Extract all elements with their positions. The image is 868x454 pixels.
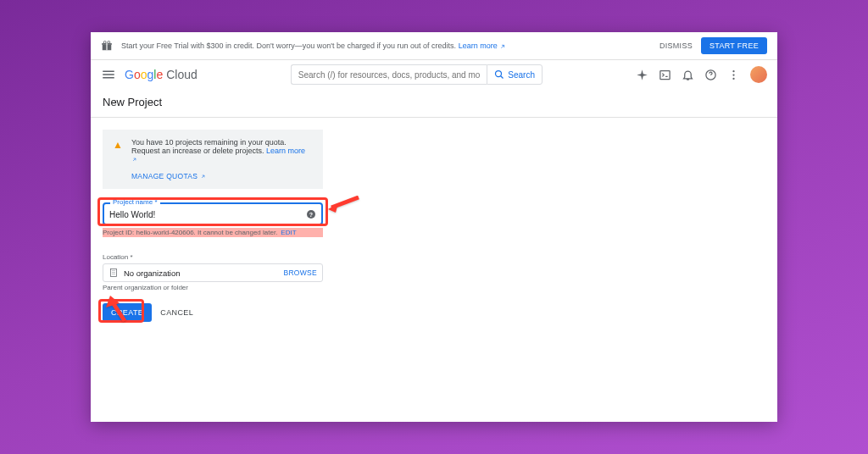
actions: CREATE CANCEL bbox=[103, 303, 765, 322]
avatar[interactable] bbox=[750, 66, 767, 83]
gift-icon bbox=[101, 40, 113, 52]
location-row: No organization BROWSE bbox=[103, 263, 323, 282]
svg-rect-6 bbox=[660, 70, 670, 79]
project-id-line: Project ID: hello-world-420606. It canno… bbox=[103, 228, 323, 237]
content: ▲ You have 10 projects remaining in your… bbox=[91, 118, 777, 334]
header: GoogleCloud Search bbox=[91, 60, 777, 89]
gemini-icon[interactable] bbox=[636, 69, 648, 81]
create-button[interactable]: CREATE bbox=[103, 303, 152, 322]
promo-bar: Start your Free Trial with $300 in credi… bbox=[91, 32, 777, 60]
search-icon bbox=[494, 69, 504, 80]
cloud-console-window: Start your Free Trial with $300 in credi… bbox=[91, 32, 777, 422]
svg-text:?: ? bbox=[309, 211, 313, 217]
promo-learn-more-link[interactable]: Learn more bbox=[459, 42, 507, 50]
edit-project-id-button[interactable]: EDIT bbox=[281, 229, 296, 236]
start-free-button[interactable]: START FREE bbox=[701, 37, 767, 54]
project-name-field: Project name * ? Project ID: hello-world… bbox=[103, 202, 323, 237]
search-button[interactable]: Search bbox=[487, 64, 542, 85]
page-title: New Project bbox=[91, 89, 777, 117]
search-input[interactable] bbox=[291, 64, 487, 85]
dismiss-button[interactable]: DISMISS bbox=[659, 42, 693, 50]
svg-rect-13 bbox=[111, 269, 117, 277]
location-label: Location * bbox=[103, 253, 133, 261]
promo-text: Start your Free Trial with $300 in credi… bbox=[121, 42, 659, 50]
cancel-button[interactable]: CANCEL bbox=[160, 308, 193, 317]
browse-button[interactable]: BROWSE bbox=[283, 269, 317, 277]
svg-point-8 bbox=[732, 70, 734, 72]
header-icons bbox=[636, 66, 767, 83]
svg-point-3 bbox=[103, 41, 106, 43]
terminal-icon[interactable] bbox=[659, 69, 671, 81]
project-name-input-group: Project name * ? bbox=[103, 202, 323, 225]
location-value: No organization bbox=[124, 269, 283, 278]
help-icon[interactable] bbox=[704, 69, 717, 81]
manage-quotas-link[interactable]: MANAGE QUOTAS bbox=[131, 172, 313, 180]
location-hint: Parent organization or folder bbox=[103, 284, 323, 291]
org-icon bbox=[108, 268, 119, 278]
more-icon[interactable] bbox=[727, 69, 740, 81]
logo[interactable]: GoogleCloud bbox=[125, 68, 198, 81]
help-circle-icon[interactable]: ? bbox=[306, 209, 316, 219]
quota-notice: ▲ You have 10 projects remaining in your… bbox=[103, 130, 323, 189]
search-bar: Search bbox=[291, 64, 542, 85]
project-name-label: Project name * bbox=[110, 198, 160, 206]
svg-point-4 bbox=[108, 41, 110, 43]
svg-point-5 bbox=[496, 71, 502, 77]
svg-point-9 bbox=[732, 74, 734, 75]
quota-text: You have 10 projects remaining in your q… bbox=[131, 138, 287, 155]
svg-point-10 bbox=[732, 77, 734, 79]
annotation-arrow-1 bbox=[326, 196, 360, 216]
svg-rect-2 bbox=[106, 43, 107, 50]
menu-icon[interactable] bbox=[101, 67, 116, 82]
bell-icon[interactable] bbox=[682, 69, 694, 81]
warning-icon: ▲ bbox=[113, 139, 123, 180]
location-field: Location * No organization BROWSE Parent… bbox=[103, 247, 323, 291]
project-name-input[interactable] bbox=[109, 208, 296, 222]
